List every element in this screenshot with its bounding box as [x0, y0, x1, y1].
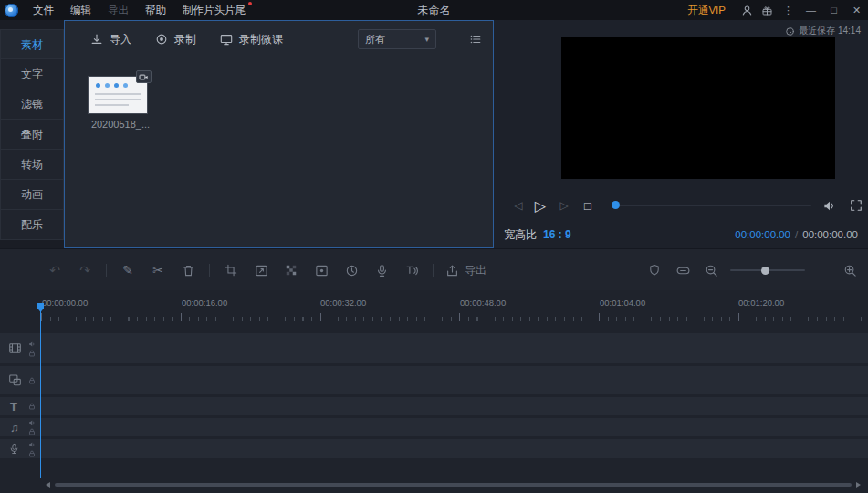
voiceover-track-header [0, 439, 41, 458]
sidebar-item-transition[interactable]: 转场 [0, 150, 64, 180]
play-button[interactable]: ▷ [530, 194, 550, 217]
close-button[interactable]: ✕ [845, 0, 868, 20]
app-logo-icon [5, 4, 18, 17]
music-track-icon: ♫ [10, 422, 19, 434]
mute-icon[interactable] [28, 419, 36, 426]
video-track-toggles [28, 341, 36, 357]
sidebar-item-material[interactable]: 素材 [0, 29, 64, 59]
export-button[interactable]: 导出 [445, 263, 486, 278]
sidebar-item-text[interactable]: 文字 [0, 59, 64, 89]
divider [106, 264, 107, 277]
record-icon [155, 33, 168, 46]
seek-handle[interactable] [612, 201, 620, 209]
more-menu-button[interactable]: ⋮ [777, 0, 800, 20]
fullscreen-button[interactable] [846, 194, 866, 217]
current-time: 00:00:00.00 [735, 229, 790, 240]
account-icon[interactable] [737, 0, 757, 20]
ruler-label: 00:01:20.00 [738, 298, 784, 308]
stop-button[interactable]: □ [578, 194, 598, 217]
video-preview-canvas [561, 37, 835, 179]
import-button[interactable]: 导入 [90, 32, 131, 47]
playhead[interactable] [40, 303, 41, 478]
zoom-in-button[interactable] [841, 261, 859, 279]
save-status: 最近保存 14:14 [785, 25, 861, 37]
menu-help[interactable]: 帮助 [137, 0, 174, 20]
text-to-speech-icon [405, 264, 419, 278]
menu-file[interactable]: 文件 [25, 0, 62, 20]
duration-button[interactable] [342, 261, 361, 279]
voiceover-track-lane[interactable] [42, 439, 868, 458]
media-thumbnail[interactable] [88, 76, 148, 114]
split-button[interactable]: ✂ [149, 261, 167, 279]
edit-clip-button[interactable]: ✎ [119, 261, 137, 279]
ruler-label: 00:00:16.00 [182, 298, 227, 308]
lock-icon[interactable] [28, 450, 36, 457]
menu-edit[interactable]: 编辑 [62, 0, 99, 20]
previous-frame-button[interactable]: ◁ [508, 194, 528, 217]
scroll-right-icon[interactable] [856, 482, 861, 488]
menu-bar: 文件 编辑 导出 帮助 制作片头片尾 [25, 0, 254, 20]
import-label: 导入 [110, 32, 131, 47]
voiceover-button[interactable] [372, 261, 391, 279]
video-track-lane[interactable] [42, 333, 868, 363]
mosaic-button[interactable] [282, 261, 300, 279]
thumbnail-decoration [95, 99, 141, 100]
titlebar-controls: 开通VIP ⋮ — □ ✕ [687, 0, 868, 20]
ruler-major-ticks [41, 313, 868, 321]
time-separator: / [795, 229, 798, 240]
scroll-left-icon[interactable] [46, 482, 50, 488]
sidebar-item-animation[interactable]: 动画 [0, 180, 64, 210]
freeze-frame-button[interactable] [312, 261, 330, 279]
lock-icon[interactable] [28, 377, 36, 384]
fullscreen-icon [850, 199, 863, 212]
timeline-zoom-handle[interactable] [761, 267, 769, 275]
thumbnail-decoration [95, 93, 141, 95]
import-icon [90, 33, 103, 46]
text-track-lane[interactable] [42, 397, 868, 415]
record-button[interactable]: 录制 [155, 32, 196, 47]
ruler-label: 00:00:32.00 [320, 298, 366, 308]
lock-icon[interactable] [28, 350, 36, 357]
music-track-toggles [28, 419, 36, 435]
scrollbar-thumb[interactable] [55, 483, 852, 487]
media-toolbar: 导入 录制 录制微课 所有 ▾ [65, 21, 493, 58]
aspect-ratio-value: 16 : 9 [543, 228, 571, 241]
menu-make-intro-outro[interactable]: 制作片头片尾 [174, 0, 254, 20]
text-track: T [0, 397, 868, 415]
sidebar-item-music[interactable]: 配乐 [0, 210, 64, 240]
music-track-lane[interactable] [42, 418, 868, 436]
track-protect-button[interactable] [645, 261, 664, 279]
trash-icon [182, 264, 195, 278]
fit-timeline-button[interactable] [674, 261, 692, 279]
next-frame-button[interactable]: ▷ [554, 194, 574, 217]
record-course-button[interactable]: 录制微课 [220, 32, 283, 47]
mute-icon[interactable] [28, 441, 36, 448]
crop-button[interactable] [222, 261, 240, 279]
lock-icon[interactable] [28, 403, 36, 410]
sidebar-item-overlay[interactable]: 叠附 [0, 120, 64, 150]
divider [209, 264, 210, 277]
preview-panel: 最近保存 14:14 ◁ ▷ ▷ □ 宽高比 16 : 9 00:00:00.0… [494, 20, 868, 248]
delete-button[interactable] [179, 261, 197, 279]
vip-button[interactable]: 开通VIP [687, 4, 726, 17]
sidebar-item-filter[interactable]: 滤镜 [0, 89, 64, 120]
volume-button[interactable] [819, 194, 839, 217]
pip-track-lane[interactable] [42, 366, 868, 394]
maximize-button[interactable]: □ [822, 0, 845, 20]
menu-make-intro-outro-label: 制作片头片尾 [183, 5, 246, 16]
timeline-zoom-slider[interactable] [730, 269, 805, 271]
minimize-button[interactable]: — [800, 0, 822, 20]
text-to-speech-button[interactable] [403, 261, 421, 279]
lock-icon[interactable] [28, 428, 36, 435]
list-view-button[interactable] [469, 33, 482, 46]
zoom-out-button[interactable] [702, 261, 720, 279]
app-window: 文件 编辑 导出 帮助 制作片头片尾 未命名 开通VIP ⋮ — □ ✕ 素材 [0, 0, 868, 493]
mosaic-icon [285, 264, 298, 277]
seek-bar[interactable] [612, 205, 811, 206]
crop-icon [225, 264, 237, 277]
gift-icon[interactable] [757, 0, 777, 20]
timeline-ruler[interactable]: 00:00:00.00 00:00:16.00 00:00:32.00 00:0… [41, 296, 868, 321]
media-filter-dropdown[interactable]: 所有 ▾ [358, 29, 436, 49]
scale-button[interactable] [252, 261, 270, 279]
mute-icon[interactable] [28, 341, 36, 348]
